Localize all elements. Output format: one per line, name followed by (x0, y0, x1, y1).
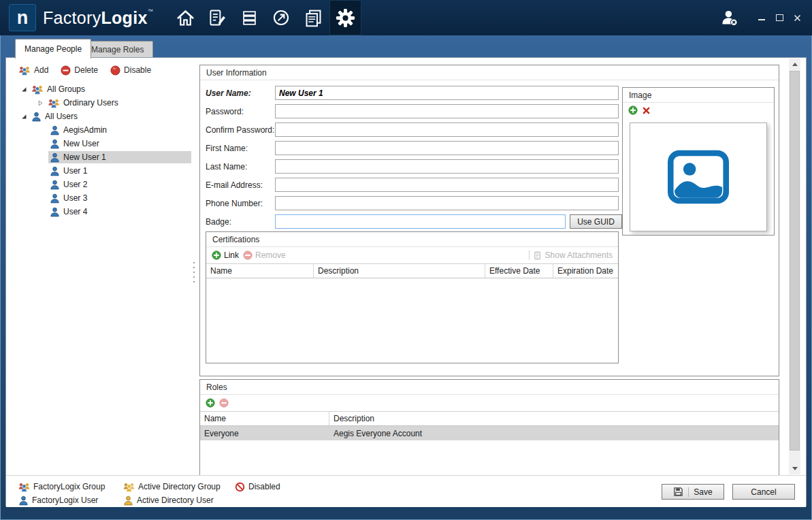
field-row-first-name: First Name: (206, 141, 619, 155)
tree-item-all-users[interactable]: All Users (13, 110, 191, 123)
image-toolbar (623, 103, 774, 118)
nav-settings-button[interactable] (329, 0, 361, 35)
role-row-everyone[interactable]: Everyone Aegis Everyone Account (200, 426, 779, 440)
expand-arrow-icon[interactable] (21, 114, 27, 120)
app-title-bold: Logix (101, 8, 147, 27)
main-area: Add Delete Disable (6, 58, 806, 475)
trademark: ™ (148, 8, 153, 14)
column-header-label: Description (318, 266, 359, 276)
confirm-password-input[interactable] (275, 123, 619, 137)
tree-item-user-selected[interactable]: New User 1 (13, 150, 191, 164)
scroll-thumb[interactable] (790, 71, 800, 451)
password-label: Password: (206, 107, 275, 116)
password-input[interactable] (275, 104, 619, 118)
stack-icon (240, 9, 259, 27)
tree-item-user[interactable]: User 4 (13, 205, 191, 218)
remove-certification-button[interactable]: Remove (243, 250, 286, 260)
add-image-icon[interactable] (628, 105, 638, 115)
factorylogix-group-icon (18, 482, 30, 492)
save-icon (673, 487, 683, 497)
user-x-icon (720, 9, 738, 27)
disable-icon (110, 65, 120, 76)
vertical-scrollbar[interactable] (789, 59, 800, 474)
save-button[interactable]: Save (662, 484, 724, 500)
tree-item-user[interactable]: AegisAdmin (13, 123, 191, 137)
tab-manage-people[interactable]: Manage People (15, 39, 91, 59)
nav-tasks-button[interactable] (201, 0, 233, 35)
main-nav (169, 0, 361, 35)
maximize-button[interactable] (774, 12, 785, 23)
user-icon (50, 166, 60, 176)
tree-item-ordinary-users[interactable]: Ordinary Users (13, 96, 191, 110)
tree-item-user[interactable]: User 3 (13, 191, 191, 205)
window-controls (756, 12, 802, 23)
legend-factorylogix-group: FactoryLogix Group (18, 480, 120, 493)
column-header-effective-date[interactable]: Effective Date (485, 264, 553, 278)
nav-stack-button[interactable] (233, 0, 265, 35)
last-name-input[interactable] (275, 159, 619, 174)
first-name-input[interactable] (275, 141, 619, 155)
link-certification-button[interactable]: Link (212, 250, 239, 260)
logoff-user-button[interactable] (720, 9, 738, 27)
roles-header-row: Name Description (200, 411, 779, 426)
nav-navigator-button[interactable] (265, 0, 297, 35)
column-header-label: Name (210, 266, 232, 276)
disabled-icon (235, 482, 245, 492)
remove-role-icon[interactable] (219, 398, 229, 408)
field-row-phone: Phone Number: (206, 196, 619, 210)
roles-groupbox: Roles Name Description Everyone Aegis Ev… (199, 379, 779, 475)
home-icon (176, 8, 195, 28)
show-attachments-button[interactable]: Show Attachments (529, 250, 613, 260)
scroll-up-button[interactable] (789, 59, 800, 70)
tree-item-user[interactable]: User 2 (13, 178, 191, 191)
nav-documents-button[interactable] (297, 0, 329, 35)
people-tree-panel: Add Delete Disable (13, 62, 191, 470)
add-button[interactable]: Add (18, 65, 48, 76)
tree-item-all-groups[interactable]: All Groups (13, 82, 191, 96)
tree-item-label: User 2 (63, 180, 87, 189)
minimize-button[interactable] (756, 12, 767, 23)
expand-arrow-icon[interactable] (21, 86, 27, 93)
delete-image-icon[interactable] (642, 106, 651, 115)
scroll-down-button[interactable] (789, 463, 800, 474)
cancel-button[interactable]: Cancel (732, 484, 795, 500)
column-header-label: Effective Date (489, 266, 540, 276)
column-header-description[interactable]: Description (329, 412, 779, 425)
tree-item-user[interactable]: New User (13, 137, 191, 150)
tree-item-label: Ordinary Users (63, 98, 118, 108)
tree-item-label: User 4 (63, 207, 87, 216)
certifications-groupbox: Certifications Link Remove (206, 231, 619, 363)
use-guid-button[interactable]: Use GUID (570, 214, 622, 229)
bottom-bar: FactoryLogix Group Active Directory Grou… (6, 475, 806, 507)
close-button[interactable] (792, 12, 802, 23)
nav-home-button[interactable] (169, 0, 201, 35)
role-name-cell: Everyone (200, 427, 329, 440)
tree-item-user[interactable]: User 1 (13, 164, 191, 178)
add-label: Add (34, 65, 48, 75)
badge-input[interactable] (275, 214, 566, 229)
disable-button[interactable]: Disable (110, 65, 151, 76)
group-icon (48, 98, 60, 108)
column-header-expiration-date[interactable]: Expiration Date (553, 264, 618, 278)
first-name-label: First Name: (206, 144, 275, 153)
app-title-regular: Factory (43, 8, 101, 27)
column-header-name[interactable]: Name (206, 264, 314, 278)
column-header-description[interactable]: Description (314, 264, 485, 278)
delete-icon (61, 65, 71, 76)
phone-input[interactable] (275, 196, 619, 210)
email-input[interactable] (275, 178, 619, 192)
delete-button[interactable]: Delete (61, 65, 98, 76)
application-window: n FactoryLogix™ Manage People Manage Rol… (0, 0, 812, 520)
tab-manage-roles[interactable]: Manage Roles (82, 41, 153, 58)
user-fields: User Name: Password: Confirm Password: F… (206, 86, 619, 233)
column-header-label: Description (334, 414, 374, 423)
user-name-input[interactable] (275, 86, 619, 100)
collapse-arrow-icon[interactable] (37, 100, 44, 106)
column-header-name[interactable]: Name (200, 412, 329, 425)
add-group-icon (18, 65, 31, 76)
user-image-placeholder[interactable] (630, 123, 767, 231)
cancel-label: Cancel (751, 487, 776, 497)
panel-splitter[interactable] (192, 58, 196, 475)
certifications-title: Certifications (206, 232, 618, 247)
add-role-icon[interactable] (206, 398, 215, 408)
